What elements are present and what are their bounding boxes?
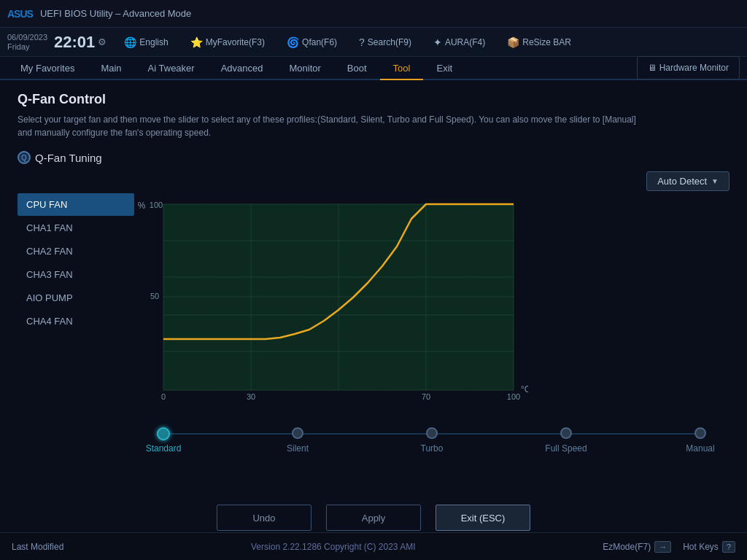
fan-item-aio[interactable]: AIO PUMP bbox=[18, 287, 134, 309]
topbar-search[interactable]: ? Search(F9) bbox=[355, 35, 416, 50]
fan-item-cha1[interactable]: CHA1 FAN bbox=[18, 217, 134, 239]
last-modified-label: Last Modified bbox=[12, 542, 63, 552]
topbar-aura[interactable]: ✦ AURA(F4) bbox=[429, 35, 489, 50]
nav-item-aitweaker[interactable]: Ai Tweaker bbox=[135, 57, 208, 80]
nav-item-myfavorites[interactable]: My Favorites bbox=[7, 57, 88, 80]
slider-label-standard: Standard bbox=[146, 443, 182, 454]
qfan-icon: Q bbox=[18, 151, 31, 164]
qfan-section: CPU FAN CHA1 FAN CHA2 FAN CHA3 FAN AIO P… bbox=[18, 171, 729, 459]
nav-hardware-monitor[interactable]: 🖥 Hardware Monitor bbox=[637, 56, 740, 79]
slider-label-silent: Silent bbox=[287, 443, 309, 454]
nav-item-exit[interactable]: Exit bbox=[423, 57, 465, 80]
fan-item-cha2[interactable]: CHA2 FAN bbox=[18, 240, 134, 262]
slider-fullspeed-dot[interactable] bbox=[560, 427, 572, 439]
bios-title: UEFI BIOS Utility – Advanced Mode bbox=[40, 8, 740, 19]
page-description: Select your target fan and then move the… bbox=[18, 113, 645, 139]
auto-detect-label: Auto Detect bbox=[657, 176, 707, 187]
search-icon: ? bbox=[359, 36, 365, 48]
slider-turbo-dot[interactable] bbox=[426, 427, 438, 439]
topbar-resizebar-label: ReSize BAR bbox=[522, 37, 571, 47]
nav-item-monitor[interactable]: Monitor bbox=[276, 57, 334, 80]
last-modified-btn[interactable]: Last Modified bbox=[12, 542, 63, 552]
fan-curve-svg: 100 50 % 0 30 70 100 °C bbox=[134, 197, 528, 405]
auto-detect-button[interactable]: Auto Detect ▼ bbox=[646, 171, 729, 191]
slider-silent-dot[interactable] bbox=[292, 427, 303, 439]
chart-controls: Auto Detect ▼ bbox=[134, 171, 729, 191]
svg-text:0: 0 bbox=[161, 392, 166, 401]
svg-text:30: 30 bbox=[247, 392, 255, 401]
svg-text:100: 100 bbox=[507, 392, 520, 401]
slider-manual-dot[interactable] bbox=[694, 427, 706, 439]
slider-label-turbo: Turbo bbox=[421, 443, 444, 454]
topbar-qfan[interactable]: 🌀 Qfan(F6) bbox=[282, 35, 341, 50]
action-buttons: Undo Apply Exit (ESC) bbox=[0, 505, 747, 531]
resize-icon: 📦 bbox=[507, 36, 519, 48]
ez-mode-label: EzMode(F7) bbox=[603, 542, 651, 552]
footer: Last Modified Version 2.22.1286 Copyrigh… bbox=[0, 532, 747, 560]
monitor-icon: 🖥 bbox=[648, 63, 657, 73]
svg-text:70: 70 bbox=[422, 392, 430, 401]
topbar-english[interactable]: 🌐 English bbox=[120, 35, 172, 50]
svg-text:°C: °C bbox=[521, 384, 528, 394]
clock: 22:01 bbox=[54, 34, 95, 50]
asus-logo: ASUS bbox=[7, 8, 33, 20]
fan-icon: 🌀 bbox=[287, 36, 299, 48]
day: Friday bbox=[7, 42, 47, 51]
topbar-search-label: Search(F9) bbox=[368, 37, 411, 47]
aura-icon: ✦ bbox=[433, 36, 442, 48]
footer-version: Version 2.22.1286 Copyright (C) 2023 AMI bbox=[63, 542, 603, 552]
exit-button[interactable]: Exit (ESC) bbox=[436, 505, 530, 531]
dropdown-arrow-icon: ▼ bbox=[711, 177, 719, 185]
bios-header: ASUS UEFI BIOS Utility – Advanced Mode bbox=[0, 0, 747, 28]
hot-keys-btn[interactable]: Hot Keys ? bbox=[683, 541, 735, 553]
main-content: Q-Fan Control Select your target fan and… bbox=[0, 80, 747, 459]
nav-item-advanced[interactable]: Advanced bbox=[208, 57, 276, 80]
svg-text:%: % bbox=[138, 201, 146, 211]
star-icon: ⭐ bbox=[190, 36, 203, 48]
topbar-myfavorite[interactable]: ⭐ MyFavorite(F3) bbox=[186, 35, 269, 50]
topbar-myfavorite-label: MyFavorite(F3) bbox=[206, 37, 265, 47]
topbar-aura-label: AURA(F4) bbox=[445, 37, 485, 47]
apply-button[interactable]: Apply bbox=[326, 505, 421, 531]
ez-mode-btn[interactable]: EzMode(F7) → bbox=[603, 541, 671, 553]
fan-curve-chart: 100 50 % 0 30 70 100 °C bbox=[134, 197, 532, 408]
qfan-header: Q Q-Fan Tuning bbox=[18, 151, 729, 164]
footer-left: Last Modified bbox=[12, 542, 63, 552]
slider-label-manual: Manual bbox=[686, 443, 714, 454]
fan-item-cha4[interactable]: CHA4 FAN bbox=[18, 310, 134, 332]
page-title: Q-Fan Control bbox=[18, 92, 729, 107]
datetime: 06/09/2023 Friday bbox=[7, 33, 47, 50]
nav-item-tool[interactable]: Tool bbox=[380, 57, 424, 80]
svg-text:100: 100 bbox=[150, 201, 163, 209]
slider-label-fullspeed: Full Speed bbox=[545, 443, 587, 454]
nav-menu: My Favorites Main Ai Tweaker Advanced Mo… bbox=[0, 57, 747, 80]
date: 06/09/2023 bbox=[7, 33, 47, 42]
fan-item-cha3[interactable]: CHA3 FAN bbox=[18, 263, 134, 286]
slider-standard-dot[interactable] bbox=[157, 427, 170, 440]
globe-icon: 🌐 bbox=[124, 36, 136, 48]
hot-keys-label: Hot Keys bbox=[683, 542, 719, 552]
gear-icon[interactable]: ⚙ bbox=[98, 36, 107, 47]
topbar-resizebar[interactable]: 📦 ReSize BAR bbox=[503, 35, 576, 50]
footer-right: EzMode(F7) → Hot Keys ? bbox=[603, 541, 735, 553]
svg-text:50: 50 bbox=[150, 292, 159, 300]
fan-list: CPU FAN CHA1 FAN CHA2 FAN CHA3 FAN AIO P… bbox=[18, 193, 134, 333]
fan-item-cpu[interactable]: CPU FAN bbox=[18, 193, 134, 216]
topbar-english-label: English bbox=[139, 37, 168, 47]
topbar-qfan-label: Qfan(F6) bbox=[302, 37, 337, 47]
chart-wrapper: Auto Detect ▼ bbox=[134, 171, 729, 459]
qfan-title: Q-Fan Tuning bbox=[35, 152, 102, 164]
fan-profile-slider: Standard Silent Turbo Full Speed Manual bbox=[134, 423, 729, 459]
ez-mode-arrow: → bbox=[654, 541, 671, 553]
hot-keys-badge: ? bbox=[722, 541, 735, 553]
nav-item-boot[interactable]: Boot bbox=[334, 57, 380, 80]
undo-button[interactable]: Undo bbox=[217, 505, 311, 531]
topbar: 06/09/2023 Friday 22:01 ⚙ 🌐 English ⭐ My… bbox=[0, 28, 747, 57]
nav-item-main[interactable]: Main bbox=[88, 57, 134, 80]
